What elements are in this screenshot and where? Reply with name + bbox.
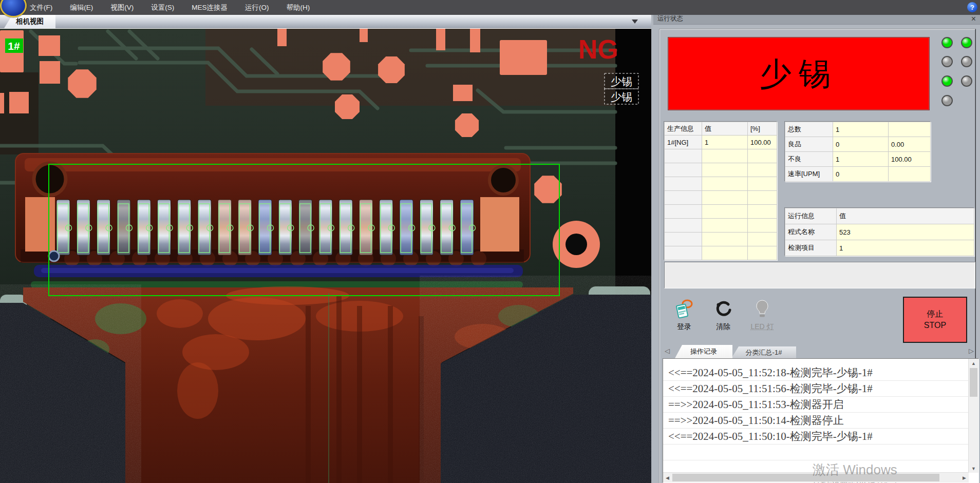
menu-help[interactable]: 帮助(H) <box>287 3 310 12</box>
close-icon[interactable]: × <box>971 15 976 23</box>
production-table: 生产信息 值 [%] 1#[NG] 1 100.00 <box>664 122 777 260</box>
log-tab-bar: ◁ 操作记录 分类汇总-1# ▷ <box>659 343 974 358</box>
defect-label: 少锡 <box>611 75 632 87</box>
menu-view[interactable]: 视图(V) <box>110 3 134 12</box>
cell: 1#[NG] <box>665 136 702 149</box>
cell: 0 <box>833 167 889 182</box>
scroll-right-icon[interactable]: ▶ <box>960 473 969 482</box>
cell: 1 <box>833 122 889 137</box>
horizontal-scroll-thumb[interactable] <box>672 474 939 481</box>
clear-button[interactable]: 清除 <box>708 299 739 341</box>
help-question-icon[interactable]: ? <box>967 2 977 12</box>
cell: 1 <box>833 152 889 167</box>
status-light-on <box>941 37 953 48</box>
tab-operation-log[interactable]: 操作记录 <box>675 345 732 358</box>
col-header: 值 <box>702 122 748 136</box>
cell: 0 <box>833 137 889 152</box>
cell: 1 <box>837 240 974 256</box>
login-badge-icon <box>674 299 694 319</box>
menu-run[interactable]: 运行(O) <box>245 3 269 12</box>
cell: 良品 <box>785 137 833 152</box>
log-entry-empty <box>663 445 969 460</box>
status-light-off <box>941 95 953 106</box>
cell: 100.00 <box>748 136 777 149</box>
login-label: 登录 <box>677 322 691 332</box>
cell: 1 <box>702 136 748 149</box>
vertical-scroll-thumb[interactable] <box>970 368 977 397</box>
stop-button[interactable]: 停止 STOP <box>903 297 967 343</box>
log-entry: ==>>2024-05-05_11:50:14-检测器停止 <box>663 413 969 429</box>
scroll-up-icon[interactable]: ▲ <box>969 359 978 368</box>
menu-file[interactable]: 文件(F) <box>30 3 52 12</box>
log-entry: ==>>2024-05-05_11:51:53-检测器开启 <box>663 397 969 413</box>
tab-scroll-right-icon[interactable]: ▷ <box>969 347 974 355</box>
menu-settings[interactable]: 设置(S) <box>151 3 174 12</box>
log-entry: <<==2024-05-05_11:52:18-检测完毕-少锡-1# <box>663 365 969 381</box>
log-entry: <<==2024-05-05_11:51:56-检测完毕-少锡-1# <box>663 381 969 397</box>
stop-label-cn: 停止 <box>927 308 944 320</box>
cell: 0.00 <box>889 137 931 152</box>
stop-label-en: STOP <box>924 320 946 331</box>
ng-result-text: NG <box>578 34 618 64</box>
col-header: [%] <box>748 122 777 136</box>
horizontal-scrollbar[interactable]: ◀ ▶ <box>663 472 969 482</box>
status-banner: 少锡 <box>668 37 930 110</box>
cell: 100.00 <box>889 152 931 167</box>
message-box <box>664 262 975 288</box>
panel-title: 运行状态 <box>657 14 683 23</box>
menu-edit[interactable]: 编辑(E) <box>70 3 93 12</box>
col-header: 运行信息 <box>785 208 837 224</box>
stats-table: 总数 1 良品 0 0.00 不良 1 100.00 速率[UPM] 0 <box>785 122 931 182</box>
operation-log-box: <<==2024-05-05_11:52:18-检测完毕-少锡-1# <<==2… <box>663 358 979 483</box>
clear-eraser-icon <box>713 299 733 319</box>
status-light-off <box>941 56 953 67</box>
col-header: 值 <box>837 208 974 224</box>
cell: 检测项目 <box>785 240 837 256</box>
tab-classification-summary[interactable]: 分类汇总-1# <box>731 346 796 358</box>
menu-bar: 文件(F) 编辑(E) 视图(V) 设置(S) MES连接器 运行(O) 帮助(… <box>0 0 980 15</box>
cell <box>889 122 931 137</box>
status-light-off <box>961 75 972 87</box>
status-light-on <box>961 37 972 48</box>
led-label: LED 灯 <box>750 322 774 332</box>
run-status-panel: 运行状态 × 少锡 生产信息 值 [%] 1#[NG] 1 100.00 总数 … <box>653 13 980 483</box>
login-button[interactable]: 登录 <box>669 299 700 341</box>
chevron-down-icon[interactable] <box>632 20 638 24</box>
cell: 程式名称 <box>785 224 837 240</box>
menu-mes-connector[interactable]: MES连接器 <box>192 3 228 12</box>
camera-number-label: 1# <box>8 40 20 52</box>
camera-image-view: 1# NG 少锡 少锡 <box>0 28 651 483</box>
cell: 不良 <box>785 152 833 167</box>
scroll-down-icon[interactable]: ▼ <box>969 464 978 473</box>
cell <box>889 167 931 182</box>
cell: 速率[UPM] <box>785 167 833 182</box>
cell: 总数 <box>785 122 833 137</box>
clear-label: 清除 <box>716 322 730 332</box>
cell: 523 <box>837 224 974 240</box>
col-header: 生产信息 <box>665 122 702 136</box>
defect-label: 少锡 <box>611 91 632 103</box>
log-entry-empty <box>663 460 969 473</box>
led-light-button[interactable]: LED 灯 <box>747 299 778 341</box>
led-bulb-icon <box>752 299 772 319</box>
panel-title-bar: 运行状态 × <box>653 13 980 25</box>
camera-tab-bar: 相机视图 <box>0 15 651 29</box>
status-light-off <box>961 56 972 67</box>
status-light-on <box>941 75 953 87</box>
log-entry: <<==2024-05-05_11:50:10-检测完毕-少锡-1# <box>663 429 969 445</box>
scroll-left-icon[interactable]: ◀ <box>663 473 672 482</box>
run-info-table: 运行信息 值 程式名称 523 检测项目 1 <box>785 208 974 256</box>
pcb-image: 1# NG 少锡 少锡 <box>0 29 651 483</box>
vertical-scrollbar[interactable]: ▲ ▼ <box>968 359 978 473</box>
tab-scroll-left-icon[interactable]: ◁ <box>665 347 670 355</box>
log-list: <<==2024-05-05_11:52:18-检测完毕-少锡-1# <<==2… <box>663 359 969 473</box>
